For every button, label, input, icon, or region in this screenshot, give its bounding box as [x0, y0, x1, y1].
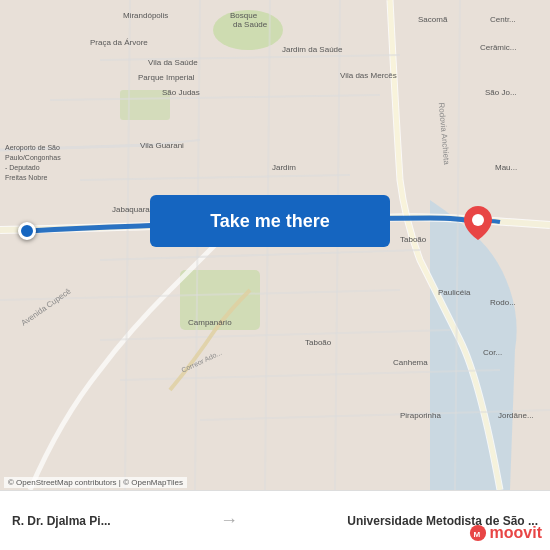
svg-text:Vila Guarani: Vila Guarani — [140, 141, 184, 150]
svg-text:Vila da Saúde: Vila da Saúde — [148, 58, 198, 67]
svg-text:Cor...: Cor... — [483, 348, 502, 357]
svg-text:Aeroporto de São: Aeroporto de São — [5, 144, 60, 152]
svg-text:Praça da Árvore: Praça da Árvore — [90, 38, 148, 47]
svg-text:Parque Imperial: Parque Imperial — [138, 73, 195, 82]
svg-text:Piraporinha: Piraporinha — [400, 411, 441, 420]
svg-text:Jabaquara: Jabaquara — [112, 205, 150, 214]
svg-text:Rodo...: Rodo... — [490, 298, 516, 307]
svg-text:Mirandópolis: Mirandópolis — [123, 11, 168, 20]
destination-marker — [464, 206, 492, 240]
svg-text:Cerâmic...: Cerâmic... — [480, 43, 516, 52]
svg-text:da Saúde: da Saúde — [233, 20, 268, 29]
svg-text:Canhema: Canhema — [393, 358, 428, 367]
svg-text:Jordâne...: Jordâne... — [498, 411, 534, 420]
svg-text:- Deputado: - Deputado — [5, 164, 40, 172]
moovit-logo-text: moovit — [490, 524, 542, 542]
svg-text:Paulicéia: Paulicéia — [438, 288, 471, 297]
svg-text:Jardim da Saúde: Jardim da Saúde — [282, 45, 343, 54]
svg-text:Vila das Mercês: Vila das Mercês — [340, 71, 397, 80]
origin-value: R. Dr. Djalma Pi... — [12, 514, 111, 528]
svg-text:Mau...: Mau... — [495, 163, 517, 172]
footer-origin: R. Dr. Djalma Pi... — [12, 514, 111, 528]
svg-text:Taboão: Taboão — [305, 338, 332, 347]
svg-text:Sacomã: Sacomã — [418, 15, 448, 24]
svg-text:Paulo/Congonhas: Paulo/Congonhas — [5, 154, 61, 162]
footer-arrow: → — [220, 510, 238, 531]
svg-text:Campanário: Campanário — [188, 318, 232, 327]
svg-point-52 — [472, 214, 484, 226]
svg-text:Taboão: Taboão — [400, 235, 427, 244]
moovit-logo: M moovit — [469, 524, 542, 542]
svg-text:São Jo...: São Jo... — [485, 88, 517, 97]
svg-text:São Judas: São Judas — [162, 88, 200, 97]
moovit-icon: M — [469, 524, 487, 542]
svg-text:Centr...: Centr... — [490, 15, 516, 24]
origin-marker — [18, 222, 36, 240]
svg-text:Bosque: Bosque — [230, 11, 258, 20]
arrow-icon: → — [220, 510, 238, 530]
svg-text:Jardim: Jardim — [272, 163, 296, 172]
svg-text:Freitas Nobre: Freitas Nobre — [5, 174, 48, 181]
svg-text:M: M — [473, 530, 480, 539]
map-container: Mirandópolis Bosque da Saúde Sacomã Praç… — [0, 0, 550, 490]
take-me-there-button[interactable]: Take me there — [150, 195, 390, 247]
attribution-text: © OpenStreetMap contributors | © OpenMap… — [4, 477, 187, 488]
footer: R. Dr. Djalma Pi... → Universidade Metod… — [0, 490, 550, 550]
